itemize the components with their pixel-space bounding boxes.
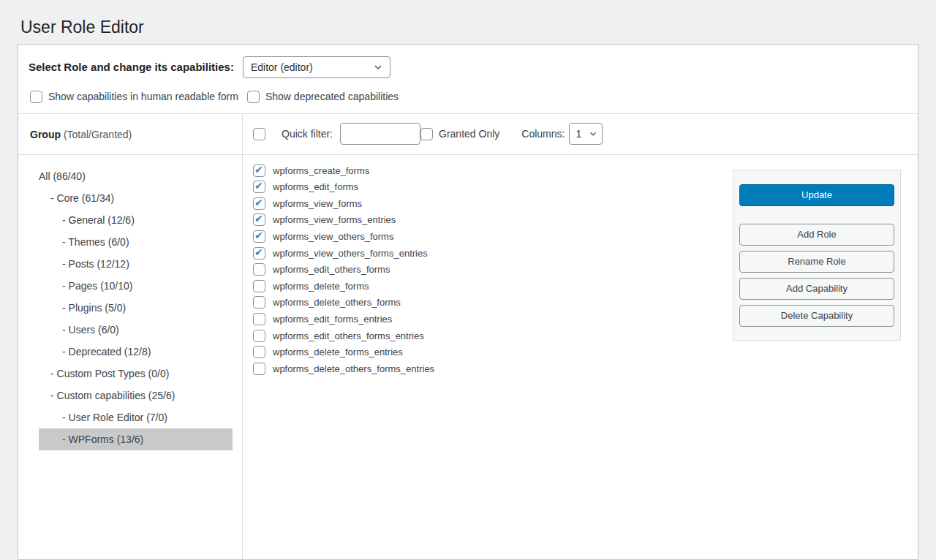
group-item[interactable]: - Custom capabilities (25/6)	[39, 385, 233, 406]
add-role-button[interactable]: Add Role	[739, 224, 894, 246]
actions-box: Update Add Role Rename Role Add Capabili…	[733, 170, 901, 341]
capability-label: wpforms_delete_others_forms_entries	[273, 363, 434, 374]
capability-row: wpforms_view_forms_entries	[253, 213, 718, 226]
human-readable-option: Show capabilities in human readable form	[30, 91, 238, 103]
group-item[interactable]: - Posts (12/12)	[39, 253, 233, 275]
group-item[interactable]: - User Role Editor (7/0)	[39, 406, 233, 428]
deprecated-option: Show deprecated capabilities	[247, 91, 399, 103]
capability-label: wpforms_view_forms	[273, 198, 362, 209]
capability-row: wpforms_delete_forms	[253, 280, 718, 292]
group-item[interactable]: All (86/40)	[39, 165, 233, 187]
quick-filter-label: Quick filter:	[282, 128, 333, 140]
group-item[interactable]: - Plugins (5/0)	[39, 297, 233, 319]
capability-label: wpforms_edit_others_forms_entries	[273, 330, 424, 341]
capability-checkbox[interactable]	[253, 346, 265, 358]
capability-row: wpforms_delete_others_forms_entries	[253, 363, 718, 375]
caps-select-all-checkbox[interactable]	[253, 128, 265, 140]
capability-row: wpforms_edit_others_forms_entries	[253, 330, 718, 342]
capability-checkbox[interactable]	[253, 263, 265, 276]
capability-checkbox[interactable]	[253, 181, 265, 193]
columns-select[interactable]: 1	[569, 123, 603, 145]
capability-label: wpforms_edit_forms	[273, 181, 358, 192]
update-button[interactable]: Update	[739, 184, 894, 206]
group-title-suffix: (Total/Granted)	[61, 129, 132, 140]
groups-tree: All (86/40)- Core (61/34)- General (12/6…	[18, 155, 242, 450]
capability-row: wpforms_view_others_forms	[253, 230, 718, 243]
capability-label: wpforms_delete_others_forms	[273, 297, 401, 308]
human-readable-checkbox[interactable]	[30, 91, 42, 103]
group-item[interactable]: - General (12/6)	[39, 209, 233, 231]
capability-row: wpforms_delete_forms_entries	[253, 346, 718, 358]
capability-row: wpforms_edit_others_forms	[253, 263, 718, 276]
add-capability-button[interactable]: Add Capability	[739, 278, 894, 300]
capability-checkbox[interactable]	[253, 247, 265, 260]
columns-select-value: 1	[575, 128, 581, 140]
group-title: Group	[30, 129, 61, 140]
capability-row: wpforms_create_forms	[253, 164, 718, 177]
groups-column-header: Group (Total/Granted)	[18, 114, 242, 155]
capability-label: wpforms_view_forms_entries	[273, 214, 396, 225]
capabilities-list: wpforms_create_formswpforms_edit_formswp…	[243, 155, 718, 379]
capability-checkbox[interactable]	[253, 296, 265, 309]
capability-checkbox[interactable]	[253, 230, 265, 243]
human-readable-label: Show capabilities in human readable form	[48, 91, 238, 102]
capability-checkbox[interactable]	[253, 164, 265, 177]
capability-label: wpforms_view_others_forms_entries	[273, 248, 428, 259]
role-select-value: Editor (editor)	[251, 61, 313, 73]
filter-bar: Quick filter: Granted Only Columns: 1	[243, 114, 918, 155]
group-item[interactable]: - Pages (10/10)	[39, 275, 233, 297]
granted-only-label: Granted Only	[439, 128, 499, 140]
panel-header: Select Role and change its capabilities:…	[18, 45, 918, 113]
capability-label: wpforms_view_others_forms	[273, 231, 393, 242]
capability-label: wpforms_create_forms	[273, 165, 369, 176]
groups-column: Group (Total/Granted) All (86/40)- Core …	[18, 114, 243, 559]
capability-row: wpforms_view_forms	[253, 197, 718, 210]
user-role-editor-panel: Select Role and change its capabilities:…	[18, 44, 918, 560]
capability-checkbox[interactable]	[253, 330, 265, 342]
capability-row: wpforms_edit_forms_entries	[253, 313, 718, 325]
capability-row: wpforms_delete_others_forms	[253, 296, 718, 309]
capability-row: wpforms_view_others_forms_entries	[253, 247, 718, 260]
columns-label: Columns:	[521, 128, 565, 140]
capability-label: wpforms_edit_others_forms	[273, 264, 390, 275]
group-item[interactable]: - Users (6/0)	[39, 319, 233, 341]
deprecated-checkbox[interactable]	[247, 91, 260, 103]
group-item[interactable]: - Deprecated (12/8)	[39, 341, 233, 363]
chevron-down-icon	[588, 129, 598, 139]
page-title: User Role Editor	[0, 0, 936, 38]
delete-capability-button[interactable]: Delete Capability	[739, 305, 894, 327]
rename-role-button[interactable]: Rename Role	[739, 251, 894, 273]
panel-body: Group (Total/Granted) All (86/40)- Core …	[18, 113, 918, 559]
quick-filter-input[interactable]	[340, 123, 420, 145]
capability-label: wpforms_delete_forms_entries	[273, 347, 403, 357]
group-item[interactable]: - Themes (6/0)	[39, 231, 233, 253]
capability-row: wpforms_edit_forms	[253, 181, 718, 193]
capability-label: wpforms_edit_forms_entries	[273, 314, 392, 325]
capability-checkbox[interactable]	[253, 197, 265, 210]
capability-checkbox[interactable]	[253, 363, 265, 375]
group-item[interactable]: - Custom Post Types (0/0)	[39, 363, 233, 385]
capability-checkbox[interactable]	[253, 213, 265, 226]
capability-checkbox[interactable]	[253, 280, 265, 292]
select-role-label: Select Role and change its capabilities:	[29, 61, 234, 73]
capability-checkbox[interactable]	[253, 313, 265, 325]
capabilities-body: wpforms_create_formswpforms_edit_formswp…	[243, 155, 918, 559]
display-options-row: Show capabilities in human readable form…	[30, 91, 907, 103]
capability-label: wpforms_delete_forms	[273, 281, 369, 292]
role-selector-row: Select Role and change its capabilities:…	[29, 56, 907, 78]
role-select[interactable]: Editor (editor)	[243, 56, 390, 78]
chevron-down-icon	[372, 61, 384, 73]
capabilities-column: Quick filter: Granted Only Columns: 1 wp…	[243, 114, 918, 559]
granted-only-checkbox[interactable]	[420, 128, 433, 140]
deprecated-label: Show deprecated capabilities	[265, 91, 399, 102]
group-item[interactable]: - Core (61/34)	[39, 187, 233, 209]
group-item-selected[interactable]: - WPForms (13/6)	[39, 428, 233, 450]
